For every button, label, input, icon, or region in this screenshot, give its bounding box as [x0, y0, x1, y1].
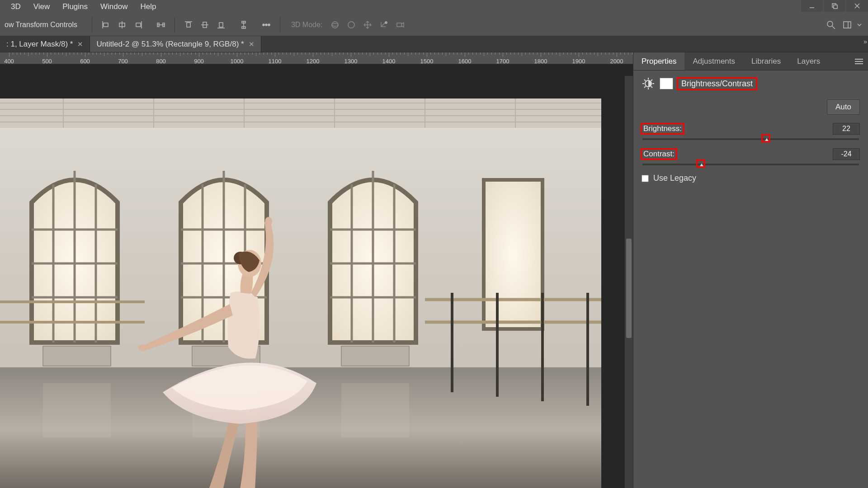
menu-plugins[interactable]: Plugins — [56, 0, 94, 13]
ruler-tick: 1400 — [382, 58, 396, 64]
ruler-tick: 2000 — [610, 58, 623, 64]
contrast-value[interactable]: -24 — [833, 148, 860, 160]
tab-adjustments[interactable]: Adjustments — [684, 52, 743, 70]
tab-properties[interactable]: Properties — [633, 52, 684, 70]
layer-mask-thumbnail[interactable] — [660, 78, 673, 89]
options-bar: ow Transform Controls 3D Mode: — [0, 14, 868, 36]
ruler-tick: 1700 — [496, 58, 509, 64]
svg-marker-101 — [699, 163, 704, 168]
svg-point-25 — [268, 24, 270, 26]
ruler-tick: 1000 — [231, 58, 244, 64]
distribute-h-icon[interactable] — [153, 17, 169, 33]
horizontal-ruler[interactable]: 4005006007008009001000110012001300140015… — [0, 52, 633, 64]
menu-3d[interactable]: 3D — [5, 0, 27, 13]
svg-rect-19 — [219, 23, 223, 27]
brightness-slider[interactable] — [642, 138, 859, 140]
contrast-slider-handle[interactable] — [697, 160, 704, 167]
auto-button[interactable]: Auto — [827, 99, 860, 115]
menu-view[interactable]: View — [27, 0, 57, 13]
align-top-icon[interactable] — [180, 17, 197, 33]
3d-pan-icon[interactable] — [359, 17, 376, 33]
maximize-button[interactable] — [824, 0, 845, 12]
svg-rect-69 — [43, 346, 111, 366]
brightness-label: Brightness: — [642, 124, 684, 134]
adjustment-header: Brightness/Contrast — [642, 77, 860, 90]
ruler-tick: 800 — [156, 58, 166, 64]
transform-controls-label[interactable]: ow Transform Controls — [5, 21, 77, 29]
contrast-slider-row: Contrast: -24 — [642, 148, 860, 165]
close-icon[interactable]: ✕ — [249, 40, 255, 48]
canvas-area[interactable] — [0, 64, 633, 488]
properties-panel: Properties Adjustments Libraries Layers … — [633, 52, 868, 488]
doc-tab-label: : 1, Layer Mask/8) * — [6, 40, 73, 49]
ruler-tick: 1500 — [420, 58, 434, 64]
svg-line-99 — [644, 86, 646, 88]
align-vcenter-icon[interactable] — [197, 17, 213, 33]
ruler-tick: 1100 — [269, 58, 282, 64]
contrast-label: Contrast: — [642, 149, 676, 159]
align-hcenter-icon[interactable] — [114, 17, 130, 33]
svg-point-84 — [265, 217, 272, 226]
brightness-slider-row: Brightness: 22 — [642, 123, 860, 140]
doc-tab-1[interactable]: : 1, Layer Mask/8) * ✕ — [0, 36, 90, 52]
expand-tabs-icon[interactable]: » — [863, 38, 867, 45]
vertical-scrollbar[interactable] — [625, 76, 633, 488]
close-button[interactable] — [846, 0, 868, 12]
svg-point-24 — [265, 24, 267, 26]
contrast-slider[interactable] — [642, 164, 859, 165]
use-legacy-row[interactable]: Use Legacy — [642, 174, 860, 183]
menu-bar: 3D View Plugins Window Help — [0, 0, 868, 14]
svg-rect-80 — [43, 383, 111, 437]
ruler-tick: 500 — [42, 58, 52, 64]
svg-line-98 — [651, 80, 652, 81]
svg-line-32 — [832, 26, 835, 29]
svg-rect-71 — [341, 346, 409, 366]
align-right-icon[interactable] — [130, 17, 146, 33]
svg-rect-82 — [341, 383, 409, 437]
3d-orbit-icon[interactable] — [327, 17, 343, 33]
3d-mode-label: 3D Mode: — [291, 21, 322, 29]
more-options-icon[interactable] — [258, 17, 274, 33]
svg-rect-6 — [104, 23, 108, 27]
use-legacy-label: Use Legacy — [653, 174, 696, 183]
panel-menu-icon[interactable] — [850, 52, 868, 70]
align-bottom-icon[interactable] — [213, 17, 229, 33]
brightness-value[interactable]: 22 — [833, 123, 860, 135]
svg-point-23 — [263, 24, 264, 26]
scrollbar-thumb[interactable] — [626, 239, 632, 338]
ruler-tick: 700 — [118, 58, 128, 64]
divider — [280, 17, 280, 33]
search-icon[interactable] — [823, 17, 839, 33]
document-image — [0, 76, 606, 488]
menu-help[interactable]: Help — [134, 0, 163, 13]
ruler-tick: 1800 — [534, 58, 547, 64]
3d-roll-icon[interactable] — [343, 17, 359, 33]
ruler-tick: 400 — [4, 58, 14, 64]
distribute-v-icon[interactable] — [236, 17, 252, 33]
ruler-tick: 600 — [80, 58, 90, 64]
use-legacy-checkbox[interactable] — [642, 175, 649, 182]
window-controls — [800, 0, 868, 12]
chevron-down-icon[interactable] — [855, 17, 863, 33]
brightness-slider-handle[interactable] — [762, 135, 769, 141]
3d-camera-icon[interactable] — [392, 17, 408, 33]
doc-tab-2[interactable]: Untitled-2 @ 51.3% (Rectangle 9, RGB/8) … — [90, 36, 261, 52]
workspace-switcher-icon[interactable] — [839, 17, 855, 33]
divider — [175, 17, 175, 33]
svg-point-27 — [332, 23, 338, 26]
svg-rect-68 — [484, 180, 542, 329]
close-icon[interactable]: ✕ — [77, 40, 83, 48]
tab-layers[interactable]: Layers — [789, 52, 828, 70]
svg-line-97 — [651, 86, 652, 88]
ruler-tick: 900 — [194, 58, 204, 64]
menu-window[interactable]: Window — [94, 0, 134, 13]
tab-libraries[interactable]: Libraries — [743, 52, 789, 70]
svg-rect-15 — [187, 23, 190, 27]
minimize-button[interactable] — [801, 0, 823, 12]
canvas-column: 4005006007008009001000110012001300140015… — [0, 52, 633, 488]
brightness-contrast-icon — [642, 77, 655, 90]
align-left-icon[interactable] — [98, 17, 114, 33]
workspace: 4005006007008009001000110012001300140015… — [0, 52, 868, 488]
divider — [92, 17, 92, 33]
3d-slide-icon[interactable] — [376, 17, 392, 33]
